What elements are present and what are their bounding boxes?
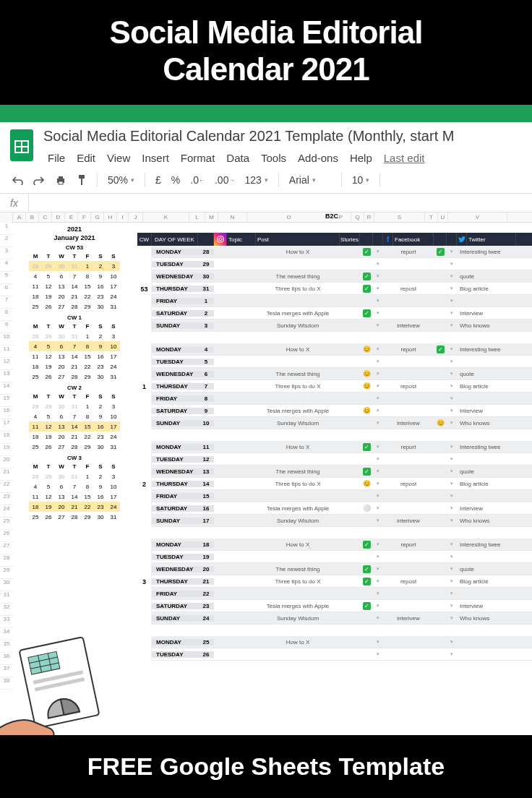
tw-cell[interactable]: Interview [457,408,516,414]
dropdown-icon[interactable]: ▾ [447,444,457,450]
column-headers[interactable]: ABCDEFGHIJKLMNOPQRSTUV [13,213,532,223]
content-row[interactable]: TUESDAY5▾▾ [152,356,532,368]
content-row[interactable]: SATURDAY16Tesla merges with Apple⚪▾▾Inte… [152,502,532,515]
dropdown-icon[interactable]: ▾ [447,273,457,279]
content-row[interactable]: WEDNESDAY13The newest thing✓▾▾quote [152,466,532,478]
dropdown-icon[interactable]: ▾ [373,578,383,584]
status-check[interactable]: ✓ [360,541,373,549]
fb-cell[interactable]: report [383,541,434,548]
fb-cell[interactable]: repost [383,383,434,390]
dropdown-icon[interactable]: ▾ [373,420,383,426]
fb-cell[interactable]: repost [383,286,434,292]
status-check[interactable]: ✓ [360,602,373,610]
percent-button[interactable]: % [167,171,184,189]
status-check[interactable]: ✓ [360,309,373,317]
dropdown-icon[interactable]: ▾ [373,456,383,462]
menu-file[interactable]: File [43,149,69,167]
post-cell[interactable]: The newest thing [256,468,340,475]
dropdown-icon[interactable]: ▾ [373,639,383,645]
menu-format[interactable]: Format [176,149,220,167]
dropdown-icon[interactable]: ▾ [373,566,383,572]
tw-cell[interactable]: Who knows [457,615,516,622]
row-headers[interactable]: 1234567891011121314151617181920212223242… [0,223,13,690]
content-row[interactable]: TUESDAY12▾▾ [152,453,532,466]
dropdown-icon[interactable]: ▾ [373,518,383,523]
fb-cell[interactable]: report [383,444,434,450]
dropdown-icon[interactable]: ▾ [373,322,383,328]
dropdown-icon[interactable]: ▾ [447,493,457,499]
dropdown-icon[interactable]: ▾ [447,456,457,462]
dropdown-icon[interactable]: ▾ [447,420,457,426]
dropdown-icon[interactable]: ▾ [373,395,383,401]
tw-cell[interactable]: Interesting twee [457,346,516,353]
dropdown-icon[interactable]: ▾ [373,249,383,254]
dropdown-icon[interactable]: ▾ [447,371,457,377]
menu-add-ons[interactable]: Add-ons [293,149,343,167]
post-cell[interactable]: Sunday Wisdom [256,420,340,426]
dropdown-icon[interactable]: ▾ [447,541,457,547]
post-cell[interactable]: Three tips to do X [256,578,340,585]
dropdown-icon[interactable]: ▾ [373,286,383,291]
tw-cell[interactable]: quote [457,468,516,475]
content-row[interactable]: MONDAY11How to X✓▾report▾Interesting twe… [152,441,532,453]
status-check[interactable]: 😊 [360,480,373,487]
dropdown-icon[interactable]: ▾ [373,310,383,316]
status-check[interactable]: ✓ [360,578,373,585]
currency-button[interactable]: £ [151,171,166,189]
post-cell[interactable]: How to X [256,346,340,353]
dropdown-icon[interactable]: ▾ [373,444,383,450]
fb-cell[interactable]: repost [383,578,434,585]
dropdown-icon[interactable]: ▾ [447,310,457,316]
dropdown-icon[interactable]: ▾ [447,481,457,486]
status-check[interactable]: ✓ [434,248,447,256]
dropdown-icon[interactable]: ▾ [373,603,383,609]
print-button[interactable] [51,172,71,188]
tw-cell[interactable]: Blog article [457,383,516,390]
content-row[interactable]: SUNDAY17Sunday Wisdom▾interivew▾Who know… [152,515,532,527]
post-cell[interactable]: How to X [256,444,340,450]
dropdown-icon[interactable]: ▾ [373,408,383,413]
dropdown-icon[interactable]: ▾ [447,505,457,511]
dropdown-icon[interactable]: ▾ [373,554,383,559]
tw-cell[interactable]: Interview [457,310,516,317]
fb-cell[interactable]: interivew [383,420,434,426]
dropdown-icon[interactable]: ▾ [373,468,383,474]
post-cell[interactable]: Tesla merges with Apple [256,505,340,512]
post-cell[interactable]: Tesla merges with Apple [256,310,340,317]
dropdown-icon[interactable]: ▾ [373,359,383,364]
status-check[interactable]: 😊 [360,407,373,414]
post-cell[interactable]: Three tips to do X [256,383,340,390]
zoom-select[interactable]: 50% [103,171,139,189]
tw-cell[interactable]: Who knows [457,420,516,426]
dropdown-icon[interactable]: ▾ [447,591,457,596]
status-check[interactable]: 😊 [360,346,373,353]
dropdown-icon[interactable]: ▾ [447,615,457,621]
number-format-button[interactable]: 123 [240,171,272,189]
mini-calendar[interactable]: MTWTFSS282930311234567891011121314151617… [29,251,120,312]
content-row[interactable]: SATURDAY23Tesla merges with Apple✓▾▾Inte… [152,600,532,612]
dropdown-icon[interactable]: ▾ [373,615,383,621]
dropdown-icon[interactable]: ▾ [373,371,383,377]
tw-cell[interactable]: Interview [457,505,516,512]
fb-cell[interactable]: report [383,249,434,255]
content-row[interactable]: WEDNESDAY30The newest thing✓▾▾quote [152,270,532,283]
document-title[interactable]: Social Media Editorial Calendar 2021 Tem… [43,128,523,145]
status-check[interactable]: 😊 [434,419,447,426]
tw-cell[interactable]: Blog article [457,481,516,487]
dropdown-icon[interactable]: ▾ [373,591,383,596]
content-row[interactable]: MONDAY4How to X😊▾report✓▾Interesting twe… [152,343,532,356]
dropdown-icon[interactable]: ▾ [373,493,383,499]
content-row[interactable]: THURSDAY31Three tips to do X✓▾repost▾Blo… [152,283,532,295]
mini-calendar[interactable]: MTWTFSS282930311234567891011121314151617… [29,321,120,382]
post-cell[interactable]: Sunday Wisdom [256,615,340,622]
status-check[interactable]: 😊 [360,370,373,377]
dropdown-icon[interactable]: ▾ [447,286,457,291]
dropdown-icon[interactable]: ▾ [447,408,457,413]
content-row[interactable]: THURSDAY7Three tips to do X😊▾repost▾Blog… [152,380,532,392]
dropdown-icon[interactable]: ▾ [447,322,457,328]
content-row[interactable]: THURSDAY14Three tips to do X😊▾repost▾Blo… [152,478,532,490]
dropdown-icon[interactable]: ▾ [447,639,457,645]
redo-button[interactable] [29,172,49,188]
menu-tools[interactable]: Tools [257,149,291,167]
dropdown-icon[interactable]: ▾ [447,468,457,474]
